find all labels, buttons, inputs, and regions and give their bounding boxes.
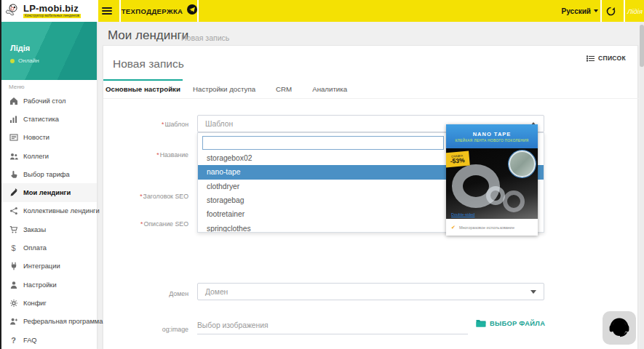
refresh-button[interactable] [602,0,619,22]
online-status-label: Онлайн [18,57,39,64]
share-icon [9,206,18,216]
sidebar-item-orders[interactable]: Заказы [0,220,97,238]
sidebar-item-colleagues[interactable]: Коллеги [0,147,97,165]
hamburger-menu-icon[interactable] [102,6,112,16]
tab-analytics[interactable]: Аналитика [302,79,357,98]
active-tab-indicator [103,79,183,81]
og-image-field-label: og:image [108,326,188,333]
support-label: ТЕХПОДДЕРЖКА [122,7,183,15]
sidebar-item-payment[interactable]: $ Оплата [0,238,97,257]
news-icon [9,133,18,143]
tab-main-settings[interactable]: Основные настройки [103,79,183,98]
sidebar-menu: Рабочий стол Статистика Новости Коллеги … [0,92,97,349]
preview-product-image: СКИДКА -53% Double-sided [446,148,538,219]
menu-section-label: Меню [9,84,25,90]
sidebar-item-statistics[interactable]: Статистика [0,110,97,128]
telegram-icon [187,4,197,17]
sidebar-item-tariff[interactable]: Выбор тарифа [0,165,97,183]
desktop-icon [9,96,18,105]
online-status-dot [10,59,15,63]
breadcrumb: Новая запись [181,33,229,42]
seo-title-field-label: *Заголовок SEO [108,193,188,200]
sidebar-profile: Лідія Онлайн [0,22,97,80]
sidebar-item-settings[interactable]: Настройки [0,276,97,294]
screen-edge [0,0,1,349]
brand-logo[interactable]: LP-mobi.biz Конструктор мобильных лендин… [0,0,97,22]
settings-user-icon [9,280,18,289]
record-card: Новая запись СПИСОК Основные настройки Н… [103,45,638,349]
discount-badge: СКИДКА -53% [446,151,470,168]
card-title: Новая запись [113,57,184,71]
preview-title: NANO TAPE [473,131,512,137]
brand-name: LP-mobi.biz [23,4,81,13]
sidebar-item-config[interactable]: Конфиг [0,294,97,312]
brand-dog-icon [5,3,20,19]
headset-icon [607,316,632,340]
tab-bar: Основные настройки Настройки доступа CRM… [103,79,639,99]
sidebar-item-desktop[interactable]: Рабочий стол [0,92,97,110]
preview-subtitle: КЛЕЙКАЯ ЛЕНТА НОВОГО ПОКОЛЕНИЯ [455,139,528,143]
domain-select[interactable]: Домен [197,283,544,300]
choose-file-button[interactable]: ВЫБОР ФАЙЛА [476,319,545,327]
integrations-plug-icon [9,262,18,271]
topbar-separator [624,0,625,22]
list-button[interactable]: СПИСОК [587,55,626,62]
caret-down-icon [530,290,536,294]
colleagues-icon [9,151,18,161]
refresh-icon [606,7,616,16]
sidebar-item-my-landings[interactable]: Мои лендинги [0,183,97,201]
domain-select-placeholder: Домен [205,288,530,296]
profile-name: Лідія [10,44,30,52]
preview-header: NANO TAPE КЛЕЙКАЯ ЛЕНТА НОВОГО ПОКОЛЕНИЯ [446,124,538,148]
page-scrollbar [640,22,644,349]
faq-question-icon: ? [9,335,18,345]
sidebar-item-news[interactable]: Новости [0,129,97,147]
topbar-username[interactable]: Лідія [627,0,643,22]
referral-user-plus-icon [9,317,18,326]
sidebar-item-referral[interactable]: Реферальная программа [0,313,97,331]
orders-cart-icon [9,225,18,234]
topbar-separator [97,0,98,22]
language-selector[interactable]: Русский [562,0,598,22]
sidebar-item-collective-landings[interactable]: Коллективные лендинги [0,202,97,220]
sidebar: Лідія Онлайн Меню Рабочий стол Статистик… [0,22,97,349]
preview-footer: ✔ Многоразовое использование [446,219,538,236]
dropdown-search-input[interactable] [202,136,444,150]
support-button[interactable]: ТЕХПОДДЕРЖКА [122,0,197,22]
my-landings-icon [9,188,18,198]
support-chat-widget[interactable] [603,311,636,345]
preview-link-text: Double-sided [451,212,474,217]
template-field-label: *Шаблон [108,121,188,128]
seo-description-field-label: *Описание SEO [108,220,188,228]
config-gears-icon [9,298,18,308]
sidebar-item-integrations[interactable]: Интеграции [0,257,97,276]
folder-icon [476,319,486,327]
og-image-input[interactable] [197,317,468,334]
brand-tagline: Конструктор мобильных лендингов [23,14,81,19]
stats-icon [9,114,18,124]
check-icon: ✔ [451,225,456,230]
scrollbar-thumb[interactable] [640,25,644,67]
domain-field-label: Домен [108,290,188,297]
topbar: LP-mobi.biz Конструктор мобильных лендин… [0,0,644,22]
preview-inset-photo [509,151,536,177]
preview-feature-text: Многоразовое использование [459,225,514,230]
profile-status: Онлайн [10,57,39,64]
chevron-down-icon [594,9,598,12]
payment-dollar-icon: $ [9,244,18,253]
sidebar-item-faq[interactable]: ? FAQ [0,331,97,349]
template-preview-thumbnail: NANO TAPE КЛЕЙКАЯ ЛЕНТА НОВОГО ПОКОЛЕНИЯ… [446,124,538,236]
topbar-separator [197,0,199,22]
tab-access-settings[interactable]: Настройки доступа [183,79,266,98]
tariff-hand-icon [9,169,18,179]
list-icon [587,55,595,62]
tape-roll-small [503,190,525,212]
tab-crm[interactable]: CRM [266,79,302,98]
page-title: Мои лендинги [108,28,188,43]
name-field-label: *Название [108,151,188,159]
language-label: Русский [562,7,591,15]
